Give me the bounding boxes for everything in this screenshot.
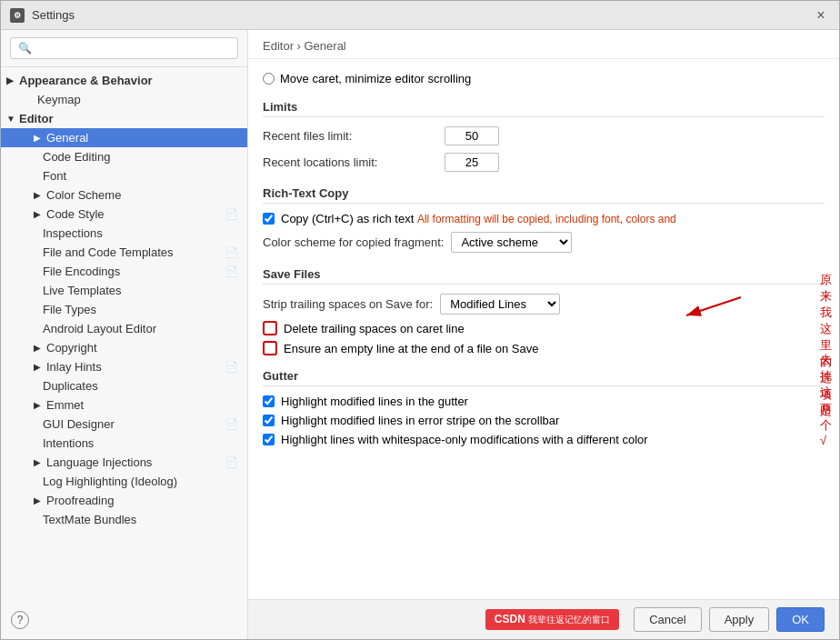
arrow-icon: ▶ xyxy=(34,343,46,353)
gutter-item2-checkbox[interactable] xyxy=(263,415,275,426)
sidebar-item-copyright[interactable]: ▶ Copyright xyxy=(1,338,247,357)
ensure-empty-line-label: Ensure an empty line at the end of a fil… xyxy=(284,342,538,355)
delete-trailing-row: Delete trailing spaces on caret line xyxy=(263,318,825,338)
arrow-icon: ▼ xyxy=(6,114,19,124)
color-scheme-label: Color scheme for copied fragment: xyxy=(263,235,444,249)
search-container xyxy=(1,30,247,67)
limits-section-header: Limits xyxy=(263,100,825,117)
sidebar-item-label: Log Highlighting (Ideolog) xyxy=(43,475,238,488)
gutter-item1-row: Highlight modified lines in the gutter xyxy=(263,392,825,411)
breadcrumb: Editor › General xyxy=(248,30,839,59)
save-files-section-header: Save Files xyxy=(263,267,825,285)
sidebar-item-label: GUI Designer xyxy=(43,417,222,431)
sidebar-item-duplicates[interactable]: Duplicates xyxy=(1,376,247,395)
sidebar-item-label: Proofreading xyxy=(46,494,238,507)
arrow-icon: ▶ xyxy=(34,190,46,200)
copy-checkbox-row: Copy (Ctrl+C) as rich text All formattin… xyxy=(263,209,825,228)
bottom-bar: CSDN 我辈往返记忆的窗口 Cancel Apply OK xyxy=(248,599,839,639)
sidebar-item-code-editing[interactable]: Code Editing xyxy=(1,147,247,166)
color-scheme-select[interactable]: Active scheme Custom xyxy=(451,232,572,253)
arrow-icon: ▶ xyxy=(34,457,46,467)
sidebar-item-label: Editor xyxy=(19,112,238,125)
sidebar-item-label: File Types xyxy=(43,303,238,316)
page-icon: 📄 xyxy=(225,208,238,221)
strip-trailing-select[interactable]: None All Modified Lines xyxy=(440,294,560,315)
close-button[interactable]: × xyxy=(812,6,830,25)
delete-trailing-label: Delete trailing spaces on caret line xyxy=(284,322,465,335)
sidebar-item-emmet[interactable]: ▶ Emmet xyxy=(1,395,247,415)
sidebar-item-inspections[interactable]: Inspections xyxy=(1,224,247,243)
page-icon: 📄 xyxy=(225,456,238,469)
rich-text-section-header: Rich-Text Copy xyxy=(263,186,825,204)
sidebar-item-log-highlighting[interactable]: Log Highlighting (Ideolog) xyxy=(1,472,247,491)
apply-button[interactable]: Apply xyxy=(709,607,770,632)
sidebar-item-label: Emmet xyxy=(46,398,238,412)
search-input[interactable] xyxy=(10,37,238,59)
sidebar-item-code-style[interactable]: ▶ Code Style 📄 xyxy=(1,205,247,224)
sidebar-item-language-injections[interactable]: ▶ Language Injections 📄 xyxy=(1,453,247,472)
main-layout: ▶ Appearance & Behavior Keymap ▼ Editor … xyxy=(1,30,839,639)
sidebar-item-intentions[interactable]: Intentions xyxy=(1,434,247,453)
cancel-button[interactable]: Cancel xyxy=(634,607,701,632)
recent-files-input[interactable] xyxy=(445,126,499,145)
recent-locations-row: Recent locations limit: xyxy=(263,149,825,175)
recent-files-label: Recent files limit: xyxy=(263,129,445,143)
ok-button[interactable]: OK xyxy=(776,607,825,632)
sidebar-item-label: Inlay Hints xyxy=(46,360,222,374)
sidebar-item-editor[interactable]: ▼ Editor xyxy=(1,109,247,128)
page-icon: 📄 xyxy=(225,265,238,278)
sidebar-item-label: Inspections xyxy=(43,226,238,240)
gutter-item3-checkbox[interactable] xyxy=(263,434,275,445)
strip-trailing-row: Strip trailing spaces on Save for: None … xyxy=(263,290,825,318)
scroll-radio[interactable] xyxy=(263,73,275,85)
sidebar-item-label: Code Style xyxy=(46,207,222,221)
sidebar-item-proofreading[interactable]: ▶ Proofreading xyxy=(1,491,247,510)
sidebar-item-label: Font xyxy=(43,169,238,183)
scroll-option-row: Move caret, minimize editor scrolling xyxy=(263,68,825,89)
recent-files-row: Recent files limit: xyxy=(263,123,825,149)
copy-checkbox[interactable] xyxy=(263,213,275,225)
sidebar-item-label: Copyright xyxy=(46,341,238,355)
sidebar-item-label: Code Editing xyxy=(43,150,238,164)
settings-tree: ▶ Appearance & Behavior Keymap ▼ Editor … xyxy=(1,67,247,639)
recent-locations-input[interactable] xyxy=(445,153,499,172)
sidebar-item-textmate-bundles[interactable]: TextMate Bundles xyxy=(1,510,247,529)
copy-hint: All formatting will be copied, including… xyxy=(417,213,676,225)
sidebar-item-label: Intentions xyxy=(43,436,238,450)
app-icon: ⚙ xyxy=(10,8,25,23)
sidebar-item-appearance[interactable]: ▶ Appearance & Behavior xyxy=(1,71,247,90)
gutter-item1-checkbox[interactable] xyxy=(263,395,275,407)
sidebar-item-keymap[interactable]: Keymap xyxy=(1,90,247,109)
sidebar-item-general[interactable]: ▶ General xyxy=(1,128,247,147)
csdn-badge: CSDN 我辈往返记忆的窗口 xyxy=(485,609,619,630)
sidebar-item-file-encodings[interactable]: File Encodings 📄 xyxy=(1,262,247,281)
sidebar-item-label: File Encodings xyxy=(43,265,222,278)
settings-window: ⚙ Settings × ▶ Appearance & Behavior Key… xyxy=(0,0,840,640)
gutter-item3-row: Highlight lines with whitespace-only mod… xyxy=(263,430,825,449)
page-icon: 📄 xyxy=(225,361,238,374)
arrow-icon: ▶ xyxy=(34,209,46,219)
sidebar-item-file-code-templates[interactable]: File and Code Templates 📄 xyxy=(1,243,247,262)
delete-trailing-circle-indicator xyxy=(263,321,277,335)
sidebar-item-inlay-hints[interactable]: ▶ Inlay Hints 📄 xyxy=(1,357,247,376)
sidebar-item-label: Keymap xyxy=(37,93,238,106)
sidebar-item-label: Duplicates xyxy=(43,379,238,393)
help-button[interactable]: ? xyxy=(11,611,29,629)
sidebar-item-file-types[interactable]: File Types xyxy=(1,300,247,319)
arrow-icon: ▶ xyxy=(34,400,46,410)
csdn-label: CSDN xyxy=(495,613,525,625)
gutter-item2-label: Highlight modified lines in error stripe… xyxy=(281,414,559,427)
csdn-sublabel: 我辈往返记忆的窗口 xyxy=(528,615,610,625)
sidebar-item-android-layout-editor[interactable]: Android Layout Editor xyxy=(1,319,247,338)
gutter-item1-label: Highlight modified lines in the gutter xyxy=(281,395,468,408)
arrow-icon: ▶ xyxy=(34,362,46,372)
sidebar-item-gui-designer[interactable]: GUI Designer 📄 xyxy=(1,415,247,434)
window-title: Settings xyxy=(32,8,812,22)
sidebar-item-label: Android Layout Editor xyxy=(43,322,238,335)
sidebar-item-font[interactable]: Font xyxy=(1,166,247,185)
sidebar-item-live-templates[interactable]: Live Templates xyxy=(1,281,247,300)
gutter-item2-row: Highlight modified lines in error stripe… xyxy=(263,411,825,430)
gutter-item3-label: Highlight lines with whitespace-only mod… xyxy=(281,433,648,446)
rich-text-section: Copy (Ctrl+C) as rich text All formattin… xyxy=(263,209,825,256)
sidebar-item-color-scheme[interactable]: ▶ Color Scheme xyxy=(1,185,247,205)
